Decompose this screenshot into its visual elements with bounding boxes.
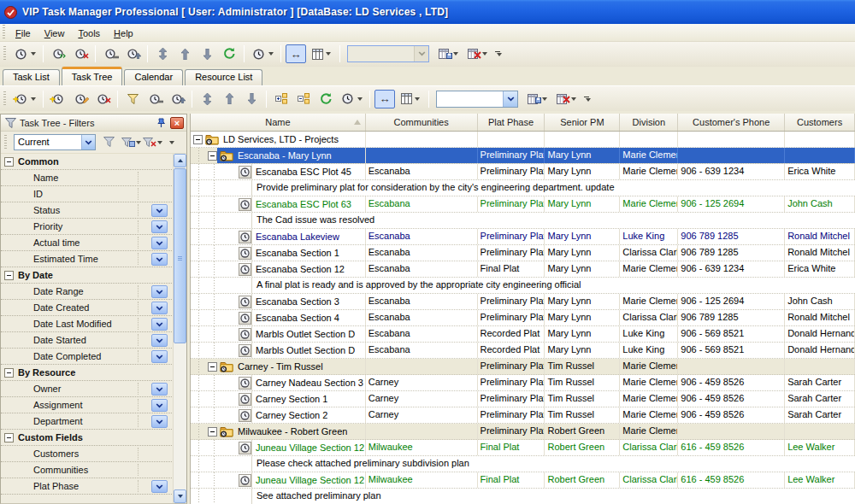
column-header-customers[interactable]: Customers: [785, 114, 855, 131]
move-up-button[interactable]: [174, 44, 195, 63]
tree-row-task[interactable]: Carney Section 2CarneyPreliminary PlatTi…: [191, 407, 855, 424]
filter-item-date-last-modified[interactable]: Date Last Modified: [1, 316, 172, 332]
delete-task-button[interactable]: [70, 44, 91, 63]
grid-reset-layout-button[interactable]: [463, 44, 490, 63]
filter-item-customers[interactable]: Customers: [1, 446, 172, 462]
menu-file[interactable]: File: [9, 26, 38, 41]
tree-row-task[interactable]: Marbls Outlet Section DEscabanaRecorded …: [191, 326, 855, 343]
tree-row-task[interactable]: Escanaba Section 3EscanabaPreliminary Pl…: [191, 294, 855, 310]
filter-dropdown-button[interactable]: [151, 334, 168, 347]
tab-task-tree[interactable]: Task Tree: [62, 67, 123, 85]
filter-item-priority[interactable]: Priority: [1, 219, 172, 235]
filter-item-status[interactable]: Status: [1, 202, 172, 219]
close-panel-button[interactable]: ×: [170, 117, 184, 129]
filter-item-department[interactable]: Department: [1, 413, 172, 430]
view-preset-combo[interactable]: [436, 91, 518, 108]
column-header-plat-phase[interactable]: Plat Phase: [478, 114, 545, 131]
task-history-button[interactable]: [338, 90, 365, 108]
tree-row-task[interactable]: Juneau Village Section 12MilwaukeeFinal …: [191, 440, 855, 456]
tree-collapse-button[interactable]: [208, 362, 217, 372]
new-task-button[interactable]: [11, 44, 38, 63]
filter-apply-button[interactable]: [99, 134, 118, 151]
filter-section-common[interactable]: Common: [1, 154, 172, 170]
new-task-button[interactable]: [11, 90, 38, 108]
filter-button[interactable]: [122, 90, 143, 108]
fit-columns-button[interactable]: ↔: [286, 44, 306, 63]
filter-item-actual-time[interactable]: Actual time: [1, 235, 172, 251]
scrollbar-down-button[interactable]: [174, 489, 186, 503]
column-header-name[interactable]: Name: [191, 114, 366, 131]
column-header-customer-s-phone[interactable]: Customer's Phone: [678, 114, 785, 131]
tree-row-task[interactable]: Escanaba LakeviewEscanabaPreliminary Pla…: [191, 229, 855, 245]
move-task-button[interactable]: [197, 90, 217, 108]
column-header-division[interactable]: Division: [620, 114, 678, 131]
filter-dropdown-button[interactable]: [151, 204, 168, 217]
tab-task-list[interactable]: Task List: [3, 69, 60, 85]
filter-item-date-range[interactable]: Date Range: [1, 284, 172, 300]
tree-row-group[interactable]: Escanaba - Mary LynnPreliminary PlatMary…: [191, 148, 855, 164]
scrollbar-thumb[interactable]: [174, 168, 186, 343]
tree-row-note[interactable]: Provide preliminary plat for considerati…: [191, 180, 855, 196]
tree-row-note[interactable]: Please check attached preliminary subdiv…: [191, 456, 855, 472]
tree-row-task[interactable]: Escanaba ESC Plot 63EscabanaPreliminary …: [191, 196, 855, 213]
filter-dropdown-button[interactable]: [151, 285, 168, 298]
chevron-down-icon[interactable]: [503, 91, 517, 107]
tree-row-task[interactable]: Escanaba Section 12EscanabaFinal PlatMar…: [191, 261, 855, 278]
move-down-button[interactable]: [197, 44, 217, 63]
new-subtask-button[interactable]: [48, 90, 68, 108]
sidebar-scrollbar[interactable]: [173, 154, 186, 503]
remove-task-button[interactable]: [100, 44, 121, 63]
collapse-section-button[interactable]: [4, 271, 14, 280]
tree-collapse-button[interactable]: [193, 135, 203, 144]
filter-toolbar-overflow-button[interactable]: [164, 133, 176, 152]
collapse-section-button[interactable]: [4, 157, 14, 167]
filter-item-date-started[interactable]: Date Started: [1, 332, 172, 349]
column-header-communities[interactable]: Communities: [366, 114, 478, 131]
chevron-down-icon[interactable]: [414, 46, 428, 62]
promote-task-button[interactable]: [122, 44, 143, 63]
move-down-button[interactable]: [241, 90, 262, 108]
filter-item-assignment[interactable]: Assignment: [1, 397, 172, 413]
tree-row-note[interactable]: See attached preliminary plan: [191, 489, 855, 504]
column-chooser-button[interactable]: [397, 90, 424, 108]
tab-resource-list[interactable]: Resource List: [185, 69, 262, 85]
filter-item-estimated-time[interactable]: Estimated Time: [1, 251, 172, 267]
column-header-senior-pm[interactable]: Senior PM: [545, 114, 620, 131]
filter-dropdown-button[interactable]: [151, 480, 168, 493]
tree-row-task[interactable]: Escanaba ESC Plot 45EscanabaPreliminary …: [191, 164, 855, 180]
expand-all-button[interactable]: [271, 90, 292, 108]
filter-save-button[interactable]: [121, 134, 139, 151]
filter-dropdown-button[interactable]: [151, 350, 168, 363]
filter-dropdown-button[interactable]: [151, 318, 168, 331]
tree-row-task[interactable]: Carney Nadeau Section 3CarneyPreliminary…: [191, 375, 855, 391]
chevron-down-icon[interactable]: [81, 135, 95, 149]
scrollbar-up-button[interactable]: [174, 154, 186, 167]
filter-item-plat-phase[interactable]: Plat Phase: [1, 478, 172, 495]
filter-item-id[interactable]: ID: [1, 186, 172, 202]
column-chooser-button[interactable]: [308, 44, 335, 63]
promote-task-button[interactable]: [167, 90, 187, 108]
filter-section-custom-fields[interactable]: Custom Fields: [1, 430, 172, 446]
filter-dropdown-button[interactable]: [151, 415, 168, 428]
filter-preset-combo[interactable]: Current: [14, 134, 96, 150]
collapse-section-button[interactable]: [4, 433, 14, 442]
filter-item-communities[interactable]: Communities: [1, 462, 172, 478]
tree-row-project[interactable]: LD Services, LTD - Projects: [191, 132, 855, 148]
refresh-button[interactable]: [219, 44, 239, 63]
menu-view[interactable]: View: [38, 26, 72, 41]
tree-collapse-button[interactable]: [208, 427, 217, 437]
remove-task-button[interactable]: [144, 90, 165, 108]
toolbar-overflow-button[interactable]: [492, 44, 504, 63]
tree-row-task[interactable]: Escanaba Section 1EscanabaPreliminary Pl…: [191, 245, 855, 261]
grid-save-layout-button[interactable]: [522, 90, 550, 108]
filter-section-by-resource[interactable]: By Resource: [1, 365, 172, 381]
filter-dropdown-button[interactable]: [151, 237, 168, 249]
refresh-button[interactable]: [315, 90, 336, 108]
filter-dropdown-button[interactable]: [151, 220, 168, 233]
filter-dropdown-button[interactable]: [151, 383, 168, 396]
tree-row-task[interactable]: Juneau Village Section 12MilwaukeeFinal …: [191, 472, 855, 489]
toolbar-overflow-button[interactable]: [581, 90, 593, 108]
tree-row-group[interactable]: Carney - Tim RusselPreliminary PlatTim R…: [191, 359, 855, 375]
tree-row-task[interactable]: Escanaba Section 4EscanabaPreliminary Pl…: [191, 310, 855, 326]
filter-item-date-completed[interactable]: Date Completed: [1, 349, 172, 365]
